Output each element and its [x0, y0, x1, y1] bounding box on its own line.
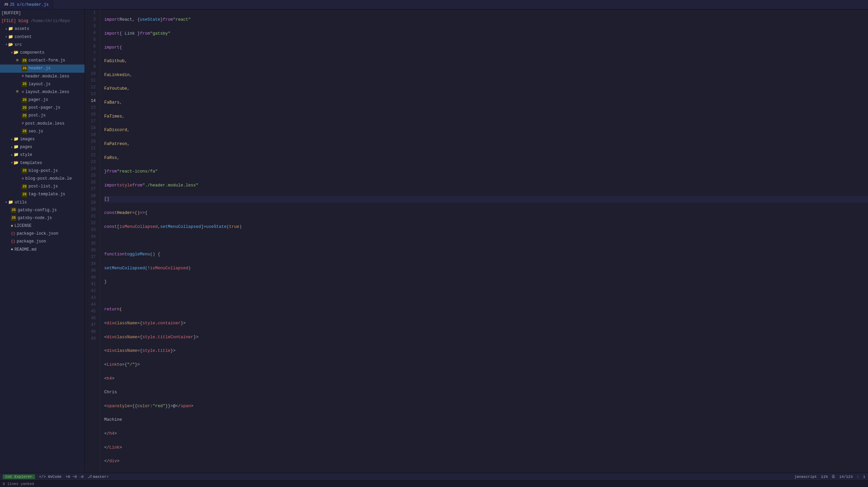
status-bar: CoC Explorer </> NVCode +0 ~0 -0 ⎇ maste…	[0, 473, 868, 480]
code-line: import { Link } from "gatsby"	[104, 30, 868, 37]
code-editor[interactable]: 1 2 3 4 5 6 7 8 9 10 11 12 13 14 15 16 1…	[85, 10, 868, 473]
line-num: 6	[88, 43, 96, 50]
sidebar-item-components[interactable]: ▾ 📂 components	[0, 49, 85, 57]
sidebar-item-license[interactable]: ✱ LICENSE	[0, 222, 85, 230]
sidebar-item-label: pager.js	[29, 97, 48, 103]
sidebar-item-header[interactable]: JS header.js	[0, 65, 85, 72]
git-branch: ⎇ master⚡	[88, 474, 109, 479]
folder-arrow-icon: ▸	[5, 200, 7, 205]
line-num: 41	[88, 281, 96, 288]
sidebar-item-label: post.js	[29, 112, 45, 119]
scroll-percent: 11%	[821, 475, 828, 479]
line-num: 11	[88, 77, 96, 84]
line-num: 19	[88, 132, 96, 139]
modified-badge: M	[16, 58, 20, 64]
sidebar-item-label: post-list.js	[29, 183, 58, 190]
line-num: 13	[88, 91, 96, 98]
sidebar-item-label: content	[15, 34, 32, 40]
sidebar-item-assets[interactable]: ▸ 📁 assets	[0, 25, 85, 33]
js-icon: JS	[22, 129, 27, 134]
sidebar-item-tag-template[interactable]: JS tag-template.js	[0, 191, 85, 198]
code-line: import React, { useState } from "react"	[104, 17, 868, 23]
js-icon: JS	[22, 82, 27, 87]
diamond-icon: ◆	[11, 247, 13, 253]
sidebar-item-content[interactable]: ▸ 📁 content	[0, 33, 85, 41]
sidebar-item-label: package.json	[17, 238, 46, 245]
line-num: 47	[88, 322, 96, 329]
sidebar-item-templates[interactable]: ▾ 📂 templates	[0, 159, 85, 167]
sidebar-item-label: layout.js	[29, 81, 51, 88]
code-line: <div className={style.container}>	[104, 320, 868, 327]
line-num: 23	[88, 159, 96, 166]
code-line-cursor: []	[104, 196, 868, 203]
sidebar-item-post-css[interactable]: # post.module.less	[0, 120, 85, 128]
brace-icon: {}	[11, 231, 15, 237]
sidebar-item-post[interactable]: JS post.js	[0, 112, 85, 120]
line-num: 38	[88, 261, 96, 268]
line-numbers: 1 2 3 4 5 6 7 8 9 10 11 12 13 14 15 16 1…	[85, 10, 100, 473]
code-line: FaDiscord,	[104, 127, 868, 134]
bottom-bar: 8 lines yanked	[0, 480, 868, 487]
line-num: 20	[88, 139, 96, 145]
js-icon: JS	[22, 105, 27, 111]
line-num: 45	[88, 308, 96, 315]
sidebar-item-label: components	[20, 50, 44, 56]
code-line: FaRss,	[104, 155, 868, 161]
buffer-header: [BUFFER]	[0, 10, 85, 17]
sidebar-item-label: post.module.less	[25, 121, 64, 127]
line-num: 30	[88, 206, 96, 213]
code-line: Chris	[104, 389, 868, 396]
line-num: 7	[88, 50, 96, 57]
folder-arrow-icon: ▸	[5, 26, 7, 32]
code-line: FaPatreon,	[104, 141, 868, 147]
code-line: <div className={style.titleContainer}>	[104, 334, 868, 341]
brace-icon: {}	[11, 239, 15, 245]
sidebar-item-pages[interactable]: ▸ 📁 pages	[0, 143, 85, 151]
sidebar-item-layout-css[interactable]: M # layout.module.less	[0, 88, 85, 96]
js-icon: JS	[4, 3, 8, 6]
folder-arrow-icon: ▾	[11, 160, 13, 166]
sidebar-item-seo[interactable]: JS seo.js	[0, 128, 85, 136]
line-num: 40	[88, 274, 96, 281]
line-num: 2	[88, 16, 96, 23]
sidebar-item-gatsby-config[interactable]: JS gatsby-config.js	[0, 206, 85, 214]
sidebar-item-images[interactable]: ▸ 📁 images	[0, 136, 85, 143]
code-line: import style from "./header.module.less"	[104, 182, 868, 189]
line-position: 14/123	[839, 475, 853, 479]
sidebar-item-gatsby-node[interactable]: JS gatsby-node.js	[0, 214, 85, 222]
line-num: 43	[88, 295, 96, 302]
sidebar-item-label: seo.js	[29, 128, 43, 135]
sidebar-item-post-pager[interactable]: JS post-pager.js	[0, 104, 85, 112]
sidebar-item-label: blog-post.js	[29, 168, 58, 174]
sidebar-item-header-css[interactable]: # header.module.less	[0, 73, 85, 80]
code-line: const [isMenuCollapsed, setMenuCollapsed…	[104, 223, 868, 230]
code-line: FaBars,	[104, 99, 868, 106]
code-line: FaYoutube,	[104, 86, 868, 92]
buffer-label: [BUFFER]	[1, 10, 21, 17]
sidebar-item-label: src	[15, 42, 22, 48]
line-num: 18	[88, 125, 96, 132]
sidebar-item-readme[interactable]: ◆ README.md	[0, 246, 85, 254]
sidebar-item-package-lock[interactable]: {} package-lock.json	[0, 230, 85, 238]
line-num: 16	[88, 111, 96, 118]
js-icon: JS	[22, 192, 27, 197]
active-tab[interactable]: JS JS s/c/header.js	[0, 0, 53, 9]
sidebar-item-package[interactable]: {} package.json	[0, 238, 85, 246]
sidebar-item-src[interactable]: ▾ 📂 src	[0, 41, 85, 49]
coc-explorer-label: CoC Explorer	[3, 474, 35, 479]
line-num: 28	[88, 193, 96, 200]
sidebar-item-blog-post[interactable]: JS blog-post.js	[0, 167, 85, 175]
sidebar-item-post-list[interactable]: JS post-list.js	[0, 183, 85, 191]
line-num: 36	[88, 247, 96, 254]
git-info: +0 ~0 -0	[66, 475, 84, 479]
sidebar-item-contact-form[interactable]: M JS contact-form.js	[0, 57, 85, 65]
code-line: return (	[104, 306, 868, 313]
sidebar-item-layout[interactable]: JS layout.js	[0, 80, 85, 88]
sidebar-item-blog-post-css[interactable]: # blog-post.module.le	[0, 175, 85, 183]
folder-arrow-icon: ▸	[11, 137, 13, 142]
sidebar-item-pager[interactable]: JS pager.js	[0, 96, 85, 104]
folder-icon: 📁	[14, 144, 19, 150]
code-line: import {	[104, 44, 868, 51]
sidebar-item-style[interactable]: ▸ 📁 style	[0, 151, 85, 159]
sidebar-item-utils[interactable]: ▸ 📁 utils	[0, 199, 85, 206]
